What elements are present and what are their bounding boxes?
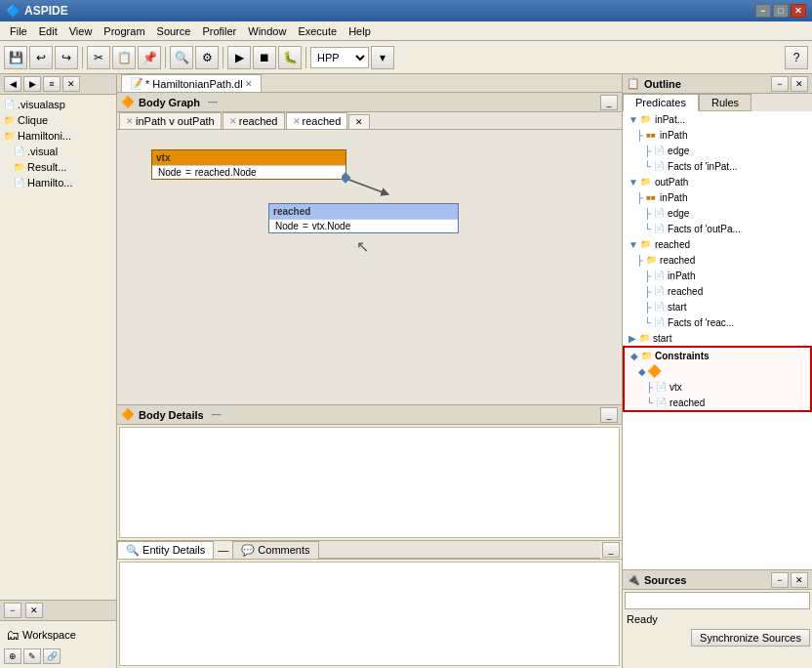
menu-window[interactable]: Window bbox=[242, 23, 292, 39]
outline-item-inpath-3[interactable]: ├ 📄 inPath bbox=[623, 268, 812, 283]
tab-predicates[interactable]: Predicates bbox=[623, 94, 699, 111]
menu-help[interactable]: Help bbox=[343, 23, 377, 39]
body-graph-minimize[interactable]: _ bbox=[600, 95, 618, 110]
outline-item-edge-2[interactable]: ├ 📄 edge bbox=[623, 205, 812, 221]
outline-item-inpat[interactable]: ▼ 📁 inPat... bbox=[623, 111, 812, 127]
sidebar-item-result[interactable]: 📁 Result... bbox=[2, 159, 114, 175]
entity-min-btn[interactable]: _ bbox=[602, 542, 620, 558]
tb-search-btn[interactable]: 🔍 bbox=[170, 46, 193, 69]
outline-close-btn[interactable]: ✕ bbox=[791, 76, 808, 92]
sidebar-content: 📄 .visualasp 📁 Clique 📁 Hamiltoni... 📄 .… bbox=[0, 95, 116, 600]
tb-cut-btn[interactable]: ✂ bbox=[87, 46, 110, 69]
tab-close-icon[interactable]: ✕ bbox=[229, 116, 237, 126]
outline-min-btn[interactable]: − bbox=[771, 76, 789, 92]
connector-icon: ▼ bbox=[629, 177, 638, 188]
tab-comments[interactable]: 💬 Comments bbox=[232, 541, 318, 559]
tab-inpath-outpath[interactable]: ✕ inPath v outPath bbox=[119, 112, 222, 129]
sidebar-nav-back[interactable]: ◀ bbox=[4, 76, 21, 92]
cursor-indicator: ↖ bbox=[356, 237, 369, 256]
sidebar-item-hamilto[interactable]: 📄 Hamilto... bbox=[2, 175, 114, 190]
outline-item-facts-outpa[interactable]: └ 📄 Facts of 'outPa... bbox=[623, 221, 812, 236]
sidebar-nav-fwd[interactable]: ▶ bbox=[23, 76, 41, 92]
sidebar-menu[interactable]: ≡ bbox=[43, 76, 61, 92]
menu-view[interactable]: View bbox=[63, 23, 99, 39]
outline-item-vtx[interactable]: ├ 📄 vtx bbox=[625, 379, 810, 395]
outline-item-reached-3[interactable]: ├ 📄 reached bbox=[623, 283, 812, 299]
outline-header: 📋 Outline − ✕ bbox=[623, 74, 812, 94]
connector-icon: ◆ bbox=[630, 351, 638, 361]
sidebar-item-visual[interactable]: 📄 .visual bbox=[2, 144, 114, 159]
outline-item-start-folder[interactable]: ▶ 📁 start bbox=[623, 330, 812, 346]
sources-close-btn[interactable]: ✕ bbox=[791, 572, 808, 588]
profile-combo[interactable]: HPP bbox=[310, 47, 369, 68]
menu-source[interactable]: Source bbox=[151, 23, 197, 39]
sidebar-item-visualasp[interactable]: 📄 .visualasp bbox=[2, 97, 114, 112]
ws-btn2[interactable]: ✕ bbox=[25, 603, 43, 618]
tab-close-icon[interactable]: ✕ bbox=[293, 116, 301, 126]
reached-col-op: = bbox=[303, 221, 308, 231]
sidebar-item-hamiltoni[interactable]: 📁 Hamiltoni... bbox=[2, 128, 114, 144]
sidebar-item-clique[interactable]: 📁 Clique bbox=[2, 112, 114, 128]
tb-stop-btn[interactable]: ⏹ bbox=[253, 46, 276, 69]
body-details-min-btn[interactable]: _ bbox=[600, 407, 618, 423]
menu-program[interactable]: Program bbox=[98, 23, 150, 39]
vtx-node[interactable]: vtx Node = reached.Node bbox=[151, 149, 346, 180]
outline-item-reached-folder[interactable]: ▼ 📁 reached bbox=[623, 236, 812, 252]
menu-profiler[interactable]: Profiler bbox=[196, 23, 242, 39]
sources-input[interactable] bbox=[625, 592, 810, 609]
outline-item-reached-constraints[interactable]: └ 📄 reached bbox=[625, 395, 810, 410]
sidebar-label: Result... bbox=[27, 161, 66, 173]
outline-item-inpath-pred2[interactable]: ├ ■■ inPath bbox=[623, 189, 812, 205]
menu-file[interactable]: File bbox=[4, 23, 33, 39]
ws-tool-btn2[interactable]: ✎ bbox=[23, 648, 41, 664]
tb-help-btn[interactable]: ? bbox=[785, 46, 808, 69]
ws-btn1[interactable]: − bbox=[4, 603, 21, 618]
outline-item-outpath[interactable]: ▼ 📁 outPath bbox=[623, 174, 812, 189]
tab-close-icon[interactable]: ✕ bbox=[126, 116, 134, 126]
tab-rules[interactable]: Rules bbox=[699, 94, 751, 111]
body-graph-min-btn[interactable]: _ bbox=[600, 95, 618, 110]
outline-item-facts-inpat[interactable]: └ 📄 Facts of 'inPat... bbox=[623, 158, 812, 174]
tb-paste-btn[interactable]: 📌 bbox=[138, 46, 161, 69]
tb-redo-btn[interactable]: ↪ bbox=[55, 46, 78, 69]
tb-new-btn[interactable]: 💾 bbox=[4, 46, 27, 69]
outline-item-edge-1[interactable]: ├ 📄 edge bbox=[623, 143, 812, 158]
reached-node-header: reached bbox=[269, 204, 458, 219]
tab-reached-2[interactable]: ✕ reached bbox=[286, 112, 348, 129]
tb-copy-btn[interactable]: 📋 bbox=[112, 46, 136, 69]
graph-area: vtx Node = reached.Node bbox=[117, 130, 622, 404]
tb-undo-btn[interactable]: ↩ bbox=[29, 46, 53, 69]
tab-empty[interactable]: ✕ bbox=[348, 114, 370, 129]
minimize-button[interactable]: − bbox=[755, 4, 771, 18]
reached-node[interactable]: reached Node = vtx.Node bbox=[268, 203, 459, 233]
sidebar-close[interactable]: ✕ bbox=[62, 76, 80, 92]
outline-item-constraints-sub[interactable]: ◆ 🔶 bbox=[625, 363, 810, 379]
entity-tabs: 🔍 Entity Details — 💬 Comments _ bbox=[117, 541, 622, 560]
outline-item-start-1[interactable]: ├ 📄 start bbox=[623, 299, 812, 314]
file-icon: 📄 bbox=[652, 206, 666, 220]
tb-btn5[interactable]: ⚙ bbox=[195, 46, 219, 69]
tb-combo-drop[interactable]: ▾ bbox=[371, 46, 394, 69]
tab-reached-1[interactable]: ✕ reached bbox=[223, 112, 285, 129]
ws-tool-btn3[interactable]: 🔗 bbox=[43, 648, 61, 664]
tab-entity-details[interactable]: 🔍 Entity Details bbox=[117, 541, 214, 559]
workspace-item[interactable]: 🗂 Workspace bbox=[4, 625, 78, 645]
outline-tabs: Predicates Rules bbox=[623, 94, 812, 111]
tb-run-btn[interactable]: ▶ bbox=[227, 46, 251, 69]
tb-sep-4 bbox=[305, 47, 306, 68]
tb-debug-btn[interactable]: 🐛 bbox=[278, 46, 302, 69]
file-tab-close[interactable]: ✕ bbox=[245, 79, 253, 89]
ws-tool-btn1[interactable]: ⊕ bbox=[4, 648, 21, 664]
maximize-button[interactable]: □ bbox=[773, 4, 789, 18]
outline-item-facts-reac[interactable]: └ 📄 Facts of 'reac... bbox=[623, 314, 812, 330]
outline-item-constraints[interactable]: ◆ 📁 Constraints bbox=[625, 348, 810, 363]
menu-edit[interactable]: Edit bbox=[33, 23, 63, 39]
sync-sources-button[interactable]: Synchronize Sources bbox=[691, 629, 810, 647]
file-tab-hamiltonian[interactable]: 📝 * HamiltonianPath.dl ✕ bbox=[121, 74, 262, 92]
outline-item-inpath-pred[interactable]: ├ ■■ inPath bbox=[623, 127, 812, 143]
predicate-icon: ■■ bbox=[644, 190, 658, 204]
close-button[interactable]: ✕ bbox=[791, 4, 806, 18]
sources-min-btn[interactable]: − bbox=[771, 572, 789, 588]
menu-execute[interactable]: Execute bbox=[292, 23, 343, 39]
outline-item-reached-sub[interactable]: ├ 📁 reached bbox=[623, 252, 812, 268]
